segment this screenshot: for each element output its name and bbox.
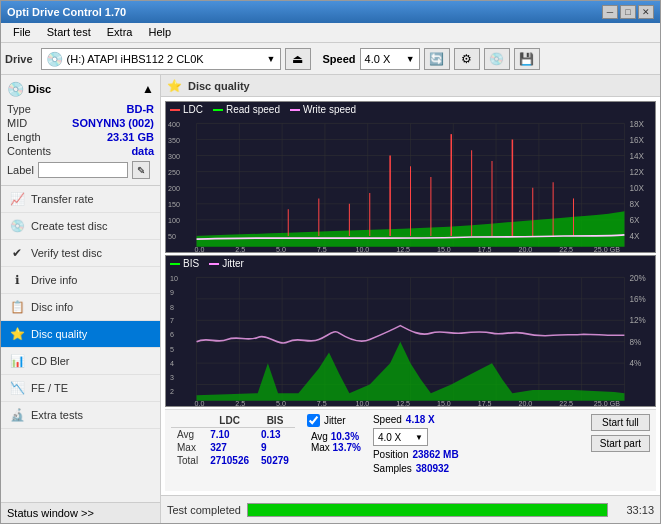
disc-section-icon: 💿 (7, 81, 24, 97)
eject-button[interactable]: ⏏ (285, 48, 311, 70)
svg-text:6X: 6X (630, 215, 640, 225)
jitter-header: Jitter (307, 414, 361, 427)
chart2-legend: BIS Jitter (170, 258, 244, 269)
stats-panel: LDC BIS Avg 7.10 0.13 Max (165, 409, 656, 491)
svg-text:20.0: 20.0 (518, 399, 532, 406)
svg-text:9: 9 (170, 287, 174, 296)
disc-info-label: Disc info (31, 301, 73, 313)
start-part-button[interactable]: Start part (591, 435, 650, 452)
disc-mid-label: MID (7, 117, 27, 129)
sidebar-item-fe-te[interactable]: 📉 FE / TE (1, 375, 160, 402)
stats-avg-bis: 0.13 (255, 428, 295, 442)
fe-te-label: FE / TE (31, 382, 68, 394)
svg-text:300: 300 (168, 152, 180, 161)
svg-text:8: 8 (170, 302, 174, 311)
svg-text:15.0: 15.0 (437, 245, 451, 252)
svg-text:15.0: 15.0 (437, 399, 451, 406)
col-header-empty (171, 414, 204, 428)
charts-area: LDC Read speed Write speed (161, 97, 660, 495)
svg-text:17.5: 17.5 (478, 399, 492, 406)
sidebar-item-transfer-rate[interactable]: 📈 Transfer rate (1, 186, 160, 213)
jitter-avg-label: Avg (311, 431, 331, 442)
menu-file[interactable]: File (5, 25, 39, 40)
legend-jitter-label: Jitter (222, 258, 244, 269)
legend-ldc: LDC (170, 104, 203, 115)
bis-color-dot (170, 263, 180, 265)
col-header-ldc: LDC (204, 414, 255, 428)
menu-start-test[interactable]: Start test (39, 25, 99, 40)
svg-text:100: 100 (168, 216, 180, 225)
sidebar-item-create-test-disc[interactable]: 💿 Create test disc (1, 213, 160, 240)
svg-text:12%: 12% (630, 315, 647, 325)
legend-bis-label: BIS (183, 258, 199, 269)
svg-text:20.0: 20.0 (518, 245, 532, 252)
maximize-button[interactable]: □ (620, 5, 636, 19)
svg-text:400: 400 (168, 119, 180, 128)
legend-read-speed-label: Read speed (226, 104, 280, 115)
stats-max-bis: 9 (255, 441, 295, 454)
stats-avg-ldc: 7.10 (204, 428, 255, 442)
extra-tests-icon: 🔬 (9, 407, 25, 423)
panel-title: Disc quality (188, 80, 250, 92)
title-bar: Opti Drive Control 1.70 ─ □ ✕ (1, 1, 660, 23)
menu-extra[interactable]: Extra (99, 25, 141, 40)
svg-text:18X: 18X (630, 118, 645, 128)
speed-stat-label: Speed (373, 414, 402, 425)
drive-label: Drive (5, 53, 33, 65)
speed-label: Speed (323, 53, 356, 65)
start-full-button[interactable]: Start full (591, 414, 650, 431)
panel-header: ⭐ Disc quality (161, 75, 660, 97)
svg-text:5.0: 5.0 (276, 245, 286, 252)
svg-text:12X: 12X (630, 167, 645, 177)
menu-bar: File Start test Extra Help (1, 23, 660, 43)
refresh-button[interactable]: 🔄 (424, 48, 450, 70)
speed-select-dropdown[interactable]: 4.0 X ▼ (373, 428, 428, 446)
svg-text:6: 6 (170, 330, 174, 339)
stats-row-total: Total 2710526 50279 (171, 454, 295, 467)
transfer-rate-icon: 📈 (9, 191, 25, 207)
disc-button[interactable]: 💿 (484, 48, 510, 70)
sidebar-item-extra-tests[interactable]: 🔬 Extra tests (1, 402, 160, 429)
svg-text:10.0: 10.0 (355, 245, 369, 252)
chart1-svg: 18X 16X 14X 12X 10X 8X 6X 4X 400 350 300… (166, 102, 655, 252)
sidebar-item-drive-info[interactable]: ℹ Drive info (1, 267, 160, 294)
main-panel: ⭐ Disc quality LDC Read speed (161, 75, 660, 523)
close-button[interactable]: ✕ (638, 5, 654, 19)
drive-value: (H:) ATAPI iHBS112 2 CL0K (67, 53, 204, 65)
svg-text:200: 200 (168, 184, 180, 193)
jitter-checkbox[interactable] (307, 414, 320, 427)
svg-text:8X: 8X (630, 199, 640, 209)
svg-text:7: 7 (170, 316, 174, 325)
sidebar-item-verify-test-disc[interactable]: ✔ Verify test disc (1, 240, 160, 267)
jitter-avg-value: 10.3% (331, 431, 359, 442)
drive-select[interactable]: 💿 (H:) ATAPI iHBS112 2 CL0K ▼ (41, 48, 281, 70)
svg-text:4: 4 (170, 359, 174, 368)
stats-total-bis: 50279 (255, 454, 295, 467)
sidebar-item-disc-quality[interactable]: ⭐ Disc quality (1, 321, 160, 348)
stats-max-ldc: 327 (204, 441, 255, 454)
settings-button[interactable]: ⚙ (454, 48, 480, 70)
status-window-button[interactable]: Status window >> (1, 502, 160, 523)
stats-avg-label: Avg (171, 428, 204, 442)
status-text: Test completed (167, 504, 241, 516)
minimize-button[interactable]: ─ (602, 5, 618, 19)
speed-select-row: 4.0 X ▼ (373, 428, 459, 446)
disc-expand-icon[interactable]: ▲ (142, 82, 154, 96)
disc-mid-row: MID SONYNN3 (002) (7, 117, 154, 129)
legend-bis: BIS (170, 258, 199, 269)
drive-icon: 💿 (46, 51, 63, 67)
speed-select[interactable]: 4.0 X ▼ (360, 48, 420, 70)
sidebar-item-disc-info[interactable]: 📋 Disc info (1, 294, 160, 321)
menu-help[interactable]: Help (140, 25, 179, 40)
save-button[interactable]: 💾 (514, 48, 540, 70)
disc-label-row: Label ✎ (7, 161, 154, 179)
svg-text:25.0 GB: 25.0 GB (594, 245, 620, 252)
jitter-color-dot (209, 263, 219, 265)
disc-label-input[interactable] (38, 162, 128, 178)
sidebar-item-cd-bler[interactable]: 📊 CD Bler (1, 348, 160, 375)
stats-table: LDC BIS Avg 7.10 0.13 Max (171, 414, 295, 467)
label-edit-button[interactable]: ✎ (132, 161, 150, 179)
nav-menu: 📈 Transfer rate 💿 Create test disc ✔ Ver… (1, 186, 160, 502)
panel-icon: ⭐ (167, 79, 182, 93)
status-window-label: Status window >> (7, 507, 94, 519)
